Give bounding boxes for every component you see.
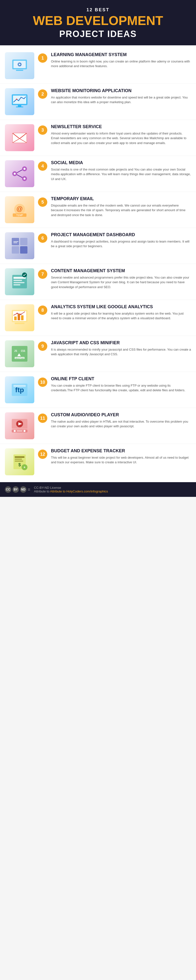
svg-rect-27	[20, 238, 27, 245]
equals-sign: =	[28, 487, 30, 492]
item-row-8: 8 ANALYTICS SYSTEM LIKE GOOGLE ANALYTICS…	[0, 300, 196, 336]
item-row-4: 4 SOCIAL MEDIA Social media is one of th…	[0, 156, 196, 192]
item-row-12: $ + 12 BUDGET AND EXPENSE TRACKER This w…	[0, 444, 196, 480]
item-row-1: 1 LEARNING MANAGEMENT SYSTEM Online lear…	[0, 48, 196, 84]
item-content-11: CUSTOM AUDIO/VIDEO PLAYER The native aud…	[51, 412, 191, 429]
svg-point-20	[24, 168, 25, 170]
item-desc-2: An application that monitors website for…	[51, 95, 191, 105]
svg-rect-9	[16, 107, 23, 107]
svg-point-19	[14, 173, 16, 175]
svg-line-18	[17, 175, 22, 178]
number-5: 5	[38, 197, 47, 207]
number-10: 10	[38, 377, 47, 387]
number-4: 4	[38, 161, 47, 171]
item-image-8	[5, 304, 34, 331]
item-desc-4: Social media is one of the most common s…	[51, 167, 191, 181]
svg-rect-28	[12, 246, 19, 254]
item-content-5: TEMPORARY EMAIL Disposable emails are th…	[51, 196, 191, 217]
svg-rect-4	[16, 70, 23, 71]
item-content-8: ANALYTICS SYSTEM LIKE GOOGLE ANALYTICS I…	[51, 304, 191, 321]
svg-rect-8	[18, 105, 21, 107]
number-6: 6	[38, 234, 47, 243]
item-image-11	[5, 412, 34, 439]
item-desc-11: The native audio and video player in HTM…	[51, 419, 191, 429]
svg-rect-29	[20, 246, 27, 254]
number-11: 11	[38, 414, 47, 423]
item-image-9: JS CSS minified	[5, 340, 34, 367]
svg-text:TEMP: TEMP	[16, 214, 23, 216]
item-content-2: WEBSITE MONITORING APPLICATION An applic…	[51, 88, 191, 105]
svg-rect-64	[15, 459, 22, 460]
item-row-3: 3 NEWSLETTER SERVICE Almost every webmas…	[0, 120, 196, 156]
svg-text:$: $	[18, 462, 21, 467]
item-content-4: SOCIAL MEDIA Social media is one of the …	[51, 160, 191, 181]
item-image-2	[5, 88, 34, 115]
item-content-10: ONLINE FTP CLIENT You can create a simpl…	[51, 376, 191, 393]
item-row-10: ftp 10 ONLINE FTP CLIENT You can create …	[0, 372, 196, 408]
item-desc-7: Several newbie and advanced programmers …	[51, 275, 191, 290]
item-title-11: CUSTOM AUDIO/VIDEO PLAYER	[51, 412, 191, 418]
svg-rect-34	[13, 280, 22, 281]
item-title-2: WEBSITE MONITORING APPLICATION	[51, 88, 191, 94]
svg-text:@: @	[16, 205, 23, 212]
svg-point-44	[20, 314, 22, 315]
item-row-2: 2 WEBSITE MONITORING APPLICATION An appl…	[0, 84, 196, 120]
item-row-11: 11 CUSTOM AUDIO/VIDEO PLAYER The native …	[0, 408, 196, 444]
item-image-12: $ +	[5, 449, 34, 475]
number-2: 2	[38, 89, 47, 99]
svg-line-17	[17, 170, 22, 173]
item-title-7: CONTENT MANAGEMENT SYSTEM	[51, 268, 191, 274]
item-content-12: BUDGET AND EXPENSE TRACKER This will be …	[51, 449, 191, 465]
svg-rect-46	[12, 346, 27, 362]
item-title-9: JAVASCRIPT AND CSS MINIFIER	[51, 340, 191, 346]
item-content-6: PROJECT MANAGEMENT DASHBOARD A dashboard…	[51, 232, 191, 249]
svg-text:minified: minified	[16, 357, 24, 359]
svg-rect-42	[21, 315, 24, 320]
item-row-7: 7 CONTENT MANAGEMENT SYSTEM Several newb…	[0, 264, 196, 300]
item-content-3: NEWSLETTER SERVICE Almost every webmaste…	[51, 124, 191, 145]
svg-rect-54	[13, 385, 26, 387]
by-icon: BY	[13, 486, 19, 493]
item-image-5: @ TEMP	[5, 196, 34, 223]
item-title-12: BUDGET AND EXPENSE TRACKER	[51, 449, 191, 454]
svg-rect-45	[15, 323, 24, 324]
cc-icon: CC	[5, 486, 11, 493]
svg-rect-41	[18, 314, 20, 320]
number-9: 9	[38, 342, 47, 351]
item-desc-8: It will be a good side project idea for …	[51, 311, 191, 321]
item-row-9: JS CSS minified 9 JAVASCRIPT AND CSS MIN…	[0, 336, 196, 372]
svg-text:+: +	[24, 465, 25, 469]
svg-rect-35	[13, 282, 24, 283]
item-desc-6: A dashboard to manage project activities…	[51, 239, 191, 249]
item-title-10: ONLINE FTP CLIENT	[51, 376, 191, 382]
item-title-4: SOCIAL MEDIA	[51, 160, 191, 165]
number-8: 8	[38, 305, 47, 315]
svg-text:ftp: ftp	[15, 386, 24, 394]
item-row-6: 6 PROJECT MANAGEMENT DASHBOARD A dashboa…	[0, 228, 196, 264]
item-desc-3: Almost every webmaster wants to inform t…	[51, 131, 191, 146]
items-container: 1 LEARNING MANAGEMENT SYSTEM Online lear…	[0, 45, 196, 482]
item-image-10: ftp	[5, 376, 34, 403]
svg-point-59	[14, 430, 16, 432]
number-7: 7	[38, 269, 47, 279]
footer-license: CC-BY-ND License	[34, 486, 108, 490]
header: 12 BEST WEB DEVELOPMENT PROJECT IDEAS	[0, 0, 196, 45]
nd-icon: ND	[20, 486, 27, 493]
svg-text:JS: JS	[14, 350, 17, 352]
item-desc-5: Disposable emails are the need of the mo…	[51, 203, 191, 218]
svg-rect-61	[17, 431, 22, 431]
item-image-1	[5, 52, 34, 79]
item-title-8: ANALYTICS SYSTEM LIKE GOOGLE ANALYTICS	[51, 304, 191, 310]
item-desc-10: You can create a simple FTP client to br…	[51, 383, 191, 393]
svg-rect-36	[13, 284, 20, 285]
item-desc-12: This will be a great beginner level side…	[51, 455, 191, 465]
item-image-6	[5, 232, 34, 259]
footer-icons: CC BY ND =	[5, 486, 30, 493]
item-title-3: NEWSLETTER SERVICE	[51, 124, 191, 130]
item-title-1: LEARNING MANAGEMENT SYSTEM	[51, 52, 191, 57]
svg-rect-65	[15, 461, 23, 461]
header-line3: PROJECT IDEAS	[5, 29, 191, 39]
header-line2: WEB DEVELOPMENT	[5, 14, 191, 28]
header-line1: 12 BEST	[5, 7, 191, 13]
svg-text:CSS: CSS	[21, 350, 25, 352]
